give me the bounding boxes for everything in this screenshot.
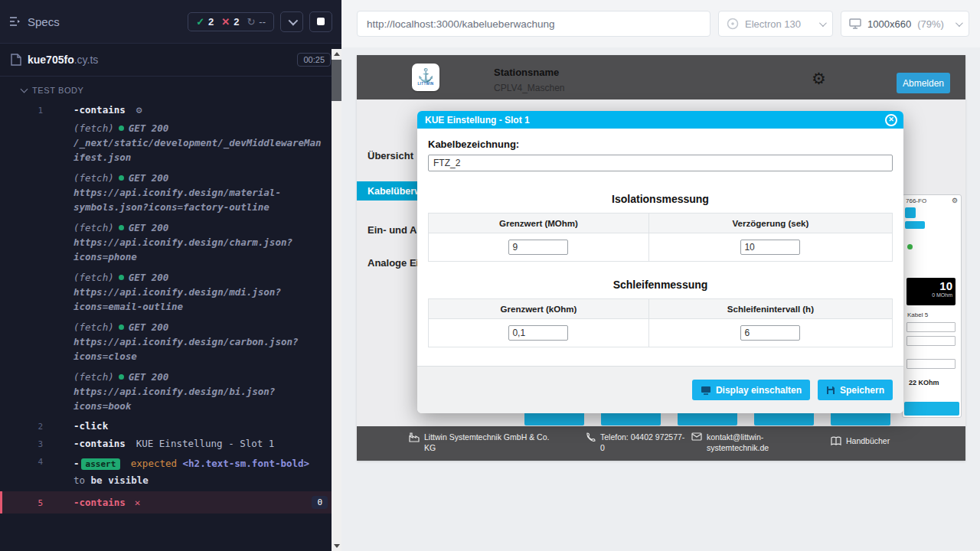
- phone-icon: [586, 432, 596, 442]
- status-dot: [119, 175, 124, 181]
- logout-button[interactable]: Abmelden: [897, 73, 950, 93]
- card-action-button[interactable]: [904, 402, 959, 416]
- display-icon: [701, 386, 711, 395]
- command-log: 1 -contains⚙ (fetch)GET 200 /_next/stati…: [0, 101, 341, 514]
- chevron-down-icon: [956, 19, 963, 27]
- network-log-entry[interactable]: (fetch)GET 200 https://api.iconify.desig…: [0, 367, 341, 417]
- network-log-entry[interactable]: (fetch)GET 200 https://api.iconify.desig…: [0, 268, 341, 318]
- request-url: /_next/static/development/_devMiddleware…: [74, 135, 326, 165]
- command-contains-failed[interactable]: 5 -contains✕ 0: [0, 491, 341, 514]
- book-icon: [831, 436, 841, 445]
- refresh-icon: ↻: [247, 16, 255, 28]
- measurement-unit: 0 MOhm: [910, 292, 952, 298]
- cable-label: Kabel 5: [907, 311, 928, 318]
- settings-gear-icon[interactable]: ⚙: [812, 70, 826, 86]
- nav-item-uebersicht[interactable]: Übersicht: [368, 150, 413, 161]
- stop-button[interactable]: [309, 11, 332, 32]
- runner-toolbar: Electron 130 1000x660 (79%): [341, 0, 980, 47]
- app-footer: Littwin Systemtechnik GmbH & Co.KG Telef…: [357, 426, 965, 461]
- phone-number: Telefon: 04402 972577-0: [600, 432, 684, 453]
- viewport-size: 1000x660: [867, 18, 911, 30]
- request-url: https://api.iconify.design/bi.json?icons…: [74, 384, 326, 413]
- scroll-up-arrow[interactable]: [332, 49, 341, 59]
- command-contains-2[interactable]: 3 -containsKUE Einstellung - Slot 1: [0, 435, 341, 452]
- email-address: kontakt@littwin-systemtechnik.de: [707, 432, 769, 453]
- isolation-limit-input[interactable]: [508, 240, 568, 255]
- viewport-select[interactable]: 1000x660 (79%): [841, 11, 969, 37]
- specs-list-icon: [9, 16, 21, 27]
- column-header: Grenzwert (kOhm): [429, 299, 649, 319]
- browser-select[interactable]: Electron 130: [718, 11, 833, 37]
- stat-passed: ✓2: [196, 16, 214, 28]
- gear-icon: ⚙: [136, 104, 142, 116]
- gear-icon[interactable]: ⚙: [952, 197, 958, 204]
- isolation-delay-input[interactable]: [740, 240, 800, 255]
- electron-icon: [727, 18, 739, 30]
- network-log-entry[interactable]: (fetch)GET 200 https://api.iconify.desig…: [0, 218, 341, 268]
- column-header: Verzögerung (sek): [648, 214, 892, 233]
- manuals-link[interactable]: Handbücher: [846, 435, 890, 446]
- measurement-display: 10 0 MOhm: [906, 278, 956, 305]
- screen: Specs ✓2 ✕2 ↻-- kue705fo.cy.ts 00:25 TES…: [0, 0, 980, 551]
- request-url: https://api.iconify.design/mdi.json?icon…: [74, 285, 326, 314]
- network-log-entry[interactable]: (fetch)GET 200 https://api.iconify.desig…: [0, 168, 341, 218]
- spec-duration: 00:25: [297, 53, 331, 67]
- value-field[interactable]: [906, 336, 956, 346]
- cypress-runner-panel: Specs ✓2 ✕2 ↻-- kue705fo.cy.ts 00:25 TES…: [0, 0, 341, 551]
- company-name: Littwin Systemtechnik GmbH & Co.KG: [424, 432, 549, 453]
- scrollbar-thumb[interactable]: [332, 60, 341, 101]
- resistance-value: 22 KOhm: [909, 379, 939, 386]
- column-header: Schleifenintervall (h): [648, 299, 892, 319]
- reporter-scrollbar[interactable]: [332, 49, 341, 551]
- factory-icon: [409, 432, 420, 442]
- check-icon: ✓: [196, 16, 204, 28]
- request-url: https://api.iconify.design/carbon.json?i…: [74, 334, 326, 364]
- command-contains-1[interactable]: 1 -contains⚙: [0, 101, 341, 119]
- loop-interval-input[interactable]: [740, 325, 800, 341]
- modal-title: KUE Einstellung - Slot 1: [425, 115, 530, 126]
- spec-file-row[interactable]: kue705fo.cy.ts 00:25: [0, 43, 341, 77]
- scroll-down-arrow[interactable]: [332, 541, 341, 551]
- collapse-button[interactable]: [280, 11, 303, 32]
- ok-status-dot: [907, 244, 913, 249]
- command-click[interactable]: 2 -click: [0, 417, 341, 435]
- spec-ext: .cy.ts: [74, 54, 99, 66]
- nav-item-ein-ausgaenge[interactable]: Ein- und Au: [368, 224, 423, 236]
- littwin-logo: ⚓ LITTWIN: [412, 64, 439, 91]
- url-input[interactable]: [357, 11, 710, 37]
- value-field[interactable]: [906, 359, 956, 369]
- app-header: ⚓ LITTWIN Stationsname CPLV4_Maschen ⚙ A…: [357, 55, 965, 99]
- value-field[interactable]: [906, 322, 956, 332]
- close-icon[interactable]: ✕: [885, 114, 897, 126]
- network-log-entry[interactable]: (fetch)GET 200 https://api.iconify.desig…: [0, 318, 341, 367]
- email-icon: [691, 432, 702, 441]
- test-stats: ✓2 ✕2 ↻--: [188, 12, 274, 31]
- display-on-button[interactable]: Display einschalten: [692, 380, 810, 400]
- chevron-down-icon: [288, 15, 298, 25]
- network-log-entry[interactable]: (fetch)GET 200 /_next/static/development…: [0, 119, 341, 168]
- station-name-label: Stationsname: [494, 67, 559, 78]
- chevron-down-icon: [21, 86, 28, 93]
- stat-failed: ✕2: [221, 16, 239, 28]
- status-chip: [905, 221, 925, 229]
- cable-name-input[interactable]: [428, 155, 893, 171]
- command-assert[interactable]: 4 -assert expected <h2.text-sm.font-bold…: [0, 452, 341, 491]
- save-button[interactable]: Speichern: [818, 380, 893, 400]
- test-body-section[interactable]: TEST BODY: [0, 77, 341, 101]
- nav-item-analoge-eingaenge[interactable]: Analoge Ei: [368, 257, 419, 269]
- loop-limit-input[interactable]: [508, 325, 568, 341]
- isolation-table: Grenzwert (MOhm) Verzögerung (sek): [428, 213, 893, 262]
- modal-footer: Display einschalten Speichern: [417, 366, 903, 413]
- status-dot: [119, 225, 124, 230]
- station-name-value: CPLV4_Maschen: [494, 83, 565, 93]
- viewport-zoom: (79%): [917, 18, 944, 30]
- fail-cross-icon: ✕: [135, 497, 141, 508]
- specs-toggle[interactable]: Specs: [9, 15, 60, 28]
- command-argument: KUE Einstellung - Slot 1: [136, 438, 275, 449]
- measurement-value: 10: [910, 279, 952, 292]
- save-icon: [826, 386, 835, 395]
- isolation-section-title: Isolationsmessung: [428, 193, 893, 205]
- status-dot: [119, 324, 124, 330]
- request-url: https://api.iconify.design/material-symb…: [74, 185, 326, 214]
- runner-header: Specs ✓2 ✕2 ↻--: [0, 0, 341, 43]
